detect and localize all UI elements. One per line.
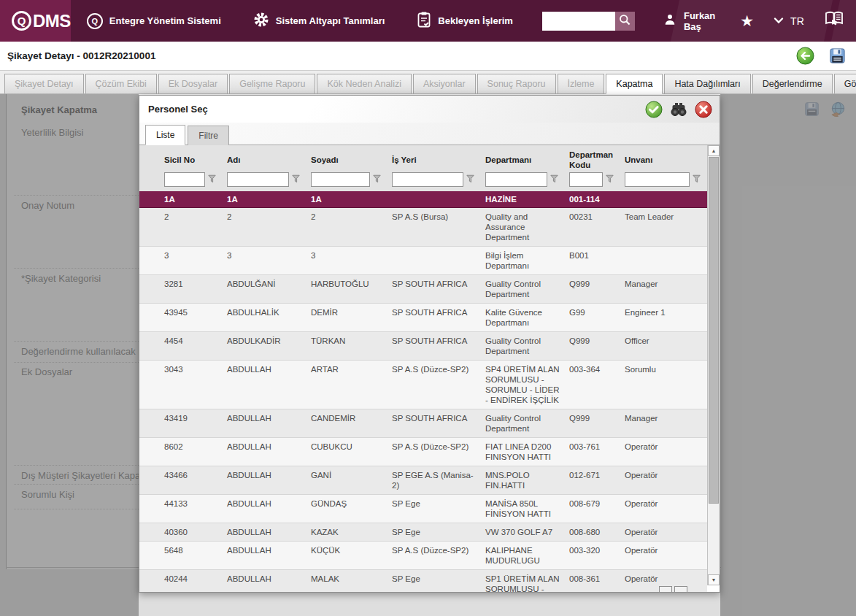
detail-tab[interactable]: Ek Dosyalar [158, 74, 228, 94]
column-filter-input[interactable] [485, 172, 547, 187]
cell-departman-kodu: 003-761 [565, 438, 620, 466]
detail-tab[interactable]: İzleme [558, 74, 605, 94]
filter-funnel-icon[interactable] [693, 174, 701, 185]
nav-item-entegre-yonetim-sistemi[interactable]: Q Entegre Yönetim Sistemi [71, 0, 237, 42]
grid-column-header[interactable]: Soyadı [306, 150, 387, 166]
personnel-row[interactable]: 40244 ABDULLAH MALAK SP Ege SP1 ÜRETİM A… [139, 570, 707, 592]
cell-soyadi: CUBUKCU [306, 438, 387, 466]
row-gutter [139, 570, 160, 592]
row-gutter [139, 542, 160, 569]
cell-unvani: Operatör [620, 495, 707, 523]
star-icon: ★ [740, 13, 754, 28]
column-filter-input[interactable] [311, 172, 370, 187]
column-filter-input[interactable] [164, 172, 205, 187]
personnel-row[interactable]: 1A 1A 1A HAZİNE 001-114 [139, 191, 707, 208]
cell-is-yeri: SP SOUTH AFRICA [387, 275, 481, 303]
favorites-button[interactable]: ★ [730, 0, 764, 42]
modal-dim-overlay [720, 94, 856, 616]
personnel-row[interactable]: 40360 ABDULLAH KAZAK SP Ege VW 370 GOLF … [139, 523, 707, 542]
detail-tab[interactable]: Görüntüle [834, 74, 856, 94]
help-guide-button[interactable] [813, 0, 855, 42]
grid-column-header[interactable]: Unvanı [620, 150, 707, 166]
filter-funnel-icon[interactable] [292, 174, 300, 185]
cell-sicil-no: 40244 [160, 570, 223, 592]
grid-column-header[interactable]: İş Yeri [387, 150, 481, 166]
personnel-row[interactable]: 3043 ABDULLAH ARTAR SP A.S (Düzce-SP2) S… [139, 361, 707, 409]
cell-unvani: Manager [620, 275, 707, 303]
row-gutter [139, 208, 160, 246]
column-filter-input[interactable] [227, 172, 289, 187]
cell-sicil-no: 2 [160, 208, 223, 246]
personnel-row[interactable]: 5648 ABDULLAH KÜÇÜK SP A.S (Düzce-SP2) K… [139, 542, 707, 570]
binoculars-search-button[interactable] [669, 101, 688, 118]
confirm-selection-button[interactable] [645, 101, 663, 118]
scroll-up-button[interactable]: ▲ [708, 145, 720, 156]
nav-item-bekleyen-islerim[interactable]: Bekleyen İşlerim [401, 0, 529, 42]
personnel-row[interactable]: 3 3 3 Bilgi İşlem Departmanı B001 [139, 247, 707, 275]
row-gutter [139, 438, 160, 466]
detail-tab[interactable]: Kapatma [606, 74, 663, 94]
scrollbar-thumb[interactable] [709, 157, 719, 504]
column-filter-input[interactable] [569, 172, 603, 187]
detail-tab[interactable]: Aksiyonlar [413, 74, 476, 94]
nav-item-sistem-altyapi-tanimlari[interactable]: Sistem Altyapı Tanımları [237, 0, 401, 42]
row-gutter [139, 361, 160, 409]
cell-soyadi: CANDEMİR [306, 409, 387, 437]
personnel-row[interactable]: 3281 ABDULĞANİ HARBUTOĞLU SP SOUTH AFRIC… [139, 275, 707, 304]
cell-soyadi: MALAK [306, 570, 387, 592]
grid-column-header[interactable]: Adı [223, 150, 306, 166]
dialog-titlebar[interactable]: Personel Seç [139, 96, 720, 123]
detail-tab[interactable]: Gelişme Raporu [229, 74, 315, 94]
global-search-input[interactable] [542, 12, 615, 31]
open-book-hand-icon [823, 9, 845, 33]
filter-funnel-icon[interactable] [466, 174, 474, 185]
grid-filter-gutter [139, 172, 160, 188]
back-button[interactable] [796, 47, 814, 65]
grid-header-row: Sicil NoAdıSoyadıİş YeriDepartmanıDepart… [139, 145, 707, 172]
detail-tab[interactable]: Çözüm Ekibi [85, 74, 157, 94]
detail-tab[interactable]: Değerlendirme [752, 74, 833, 94]
detail-tab[interactable]: Sonuç Raporu [477, 74, 556, 94]
cell-adi: ABDULKADİR [223, 332, 306, 360]
close-dialog-button[interactable] [695, 101, 712, 118]
personnel-row[interactable]: 8602 ABDULLAH CUBUKCU SP A.S (Düzce-SP2)… [139, 438, 707, 466]
search-button[interactable] [615, 12, 635, 31]
cell-unvani: Team Leader [620, 208, 707, 246]
personnel-row[interactable]: 43945 ABDULHALİK DEMİR SP SOUTH AFRICA K… [139, 304, 707, 332]
pager-clipped[interactable] [659, 586, 687, 592]
nav-item-label: Bekleyen İşlerim [438, 15, 513, 26]
cell-unvani [620, 191, 707, 207]
save-button[interactable] [829, 47, 846, 64]
cell-unvani [620, 247, 707, 274]
dialog-tab[interactable]: Filtre [188, 126, 229, 145]
detail-tab[interactable]: Kök Neden Analizi [317, 74, 411, 94]
qdms-logo[interactable]: Q DMS [0, 0, 71, 42]
personnel-row[interactable]: 4454 ABDULKADİR TÜRKAN SP SOUTH AFRICA G… [139, 332, 707, 361]
scroll-down-button[interactable]: ▼ [708, 574, 720, 585]
cell-unvani: Officer [620, 332, 707, 360]
detail-tab[interactable]: Hata Dağılımları [664, 74, 750, 94]
filter-funnel-icon[interactable] [373, 174, 381, 185]
personnel-row[interactable]: 2 2 2 SP A.S (Bursa) Quality and Assuran… [139, 208, 707, 247]
detail-tab[interactable]: Şikayet Detayı [4, 74, 84, 94]
cell-is-yeri: SP SOUTH AFRICA [387, 304, 481, 331]
filter-funnel-icon[interactable] [208, 174, 216, 185]
column-filter-input[interactable] [392, 172, 463, 187]
language-selector[interactable]: TR [764, 0, 813, 42]
user-menu[interactable]: Furkan Baş [648, 0, 730, 42]
grid-column-header[interactable]: Sicil No [160, 150, 223, 166]
qdms-logo-text: DMS [33, 11, 71, 31]
personnel-row[interactable]: 44133 ABDULLAH GÜNDAŞ SP Ege MANİSA 850L… [139, 495, 707, 523]
grid-vertical-scrollbar[interactable]: ▲ ▼ [707, 145, 720, 585]
filter-funnel-icon[interactable] [606, 174, 614, 185]
personnel-row[interactable]: 43466 ABDULLAH GANİ SP EGE A.S (Manisa-2… [139, 466, 707, 495]
grid-filter-cell [565, 172, 620, 188]
personnel-row[interactable]: 43419 ABDULLAH CANDEMİR SP SOUTH AFRICA … [139, 409, 707, 438]
grid-column-header[interactable]: Departman Kodu [565, 145, 620, 172]
dialog-tab[interactable]: Liste [145, 125, 185, 145]
qdms-app: Q DMS Q Entegre Yönetim Sistemi Sistem A… [0, 0, 856, 616]
grid-column-header[interactable]: Departmanı [481, 150, 565, 166]
column-filter-input[interactable] [625, 172, 690, 187]
filter-funnel-icon[interactable] [550, 174, 558, 185]
cell-is-yeri: SP A.S (Bursa) [387, 208, 481, 246]
